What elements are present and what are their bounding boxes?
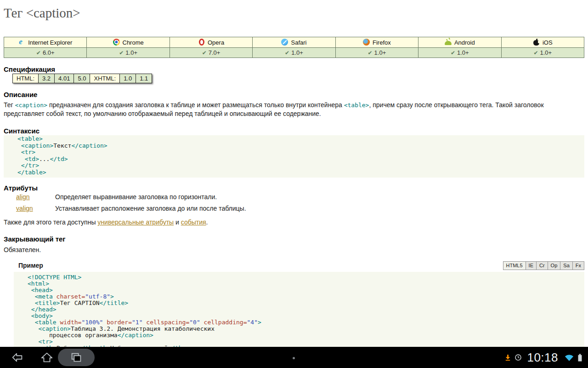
code-token (17, 142, 21, 149)
closing-tag-heading: Закрывающий тег (4, 236, 584, 242)
code-line: <table> (17, 136, 582, 143)
browser-name: Opera (208, 39, 224, 46)
download-icon (504, 354, 511, 361)
code-token: <caption> (21, 142, 53, 149)
inline-link[interactable]: универсальные атрибуты (97, 218, 174, 226)
browser-header-cell: Opera (170, 37, 252, 48)
code-token: </tr> (21, 162, 39, 169)
text-run: и (174, 218, 181, 226)
code-line: <!DOCTYPE HTML> (28, 274, 582, 281)
code-token: </head> (31, 306, 57, 313)
code-token: charset= (53, 293, 85, 300)
back-button[interactable] (3, 347, 32, 368)
code-token: <meta (35, 293, 53, 300)
safari-icon (281, 39, 288, 46)
check-icon (285, 49, 291, 56)
browser-version: 7.0+ (209, 49, 220, 56)
code-line: <caption>Таблица 3.2. Демонстрация катаб… (28, 326, 582, 332)
code-token: </table> (17, 169, 46, 176)
spec-cell: 4.01 (55, 74, 74, 83)
example-tab-html5[interactable]: HTML5 (503, 261, 526, 270)
code-token: процессов организма (28, 332, 118, 339)
android-system-bar: 10:18 (0, 347, 588, 368)
code-line: <head> (28, 287, 582, 293)
code-line: <html> (28, 281, 582, 287)
check-icon (533, 49, 540, 56)
code-line: <body> (28, 313, 582, 319)
browser-header-cell: Chrome (87, 37, 170, 48)
browser-header-cell: iOS (501, 37, 584, 48)
alarm-icon (514, 354, 522, 361)
opera-icon (199, 39, 204, 46)
syntax-code-block: <table> <caption>Текст</caption> <tr> <t… (4, 135, 584, 178)
code-token: "1" (132, 319, 142, 326)
notification-dot (293, 357, 295, 359)
example-tab-ie[interactable]: IE (526, 261, 537, 270)
closing-tag-text: Обязателен. (4, 246, 584, 254)
check-icon (202, 49, 209, 56)
universal-attributes-note: Также для этого тега доступны универсаль… (4, 218, 584, 226)
clock: 10:18 (527, 351, 558, 365)
spec-cell: 5.0 (74, 74, 90, 83)
example-tab-sa[interactable]: Sa (560, 261, 572, 270)
browser-name: Internet Explorer (28, 39, 72, 46)
attributes-list: alignОпределяет выравнивание заголовка п… (16, 193, 584, 213)
attribute-link-align[interactable]: align (16, 193, 30, 201)
code-line: <td>...</td> (17, 156, 582, 163)
code-token (28, 293, 35, 300)
code-line: <meta charset="utf-8"> (28, 293, 582, 300)
firefox-icon (363, 39, 370, 46)
attribute-description: Устанавливает расположение заголовка до … (55, 204, 584, 213)
example-tab-cr[interactable]: Cr (536, 261, 548, 270)
attributes-heading: Атрибуты (4, 184, 584, 191)
check-icon (119, 49, 125, 56)
browser-page: Тег <caption> Internet ExplorerChromeOpe… (0, 0, 588, 347)
text-run: . (206, 218, 208, 226)
code-token: </td> (50, 155, 68, 162)
recents-button[interactable] (62, 347, 91, 368)
spec-cell: XHTML: (90, 74, 120, 83)
example-tab-fx[interactable]: Fx (572, 261, 584, 270)
code-token: </caption> (118, 332, 153, 339)
code-token (28, 338, 38, 345)
code-token (28, 299, 35, 306)
browser-header-cell: Android (418, 37, 501, 48)
code-token: cellspacing= (143, 319, 190, 326)
browser-version-cell: 1.0+ (335, 48, 418, 58)
code-line: </table> (17, 169, 582, 176)
browser-support-table: Internet ExplorerChromeOperaSafariFirefo… (4, 37, 584, 58)
example-tab-op[interactable]: Op (548, 261, 561, 270)
code-token (17, 149, 21, 155)
check-icon (368, 49, 374, 56)
attribute-link-valign[interactable]: valign (16, 205, 33, 212)
code-token: <title> (35, 299, 60, 306)
code-token: > (258, 319, 261, 326)
code-token (17, 155, 25, 162)
code-token: width= (57, 319, 82, 326)
browser-version-cell: 7.0+ (170, 48, 252, 58)
browser-version: 1.0+ (374, 49, 386, 56)
recents-icon (69, 351, 83, 364)
browser-version: 1.0+ (540, 49, 552, 56)
navigation-keys (0, 347, 91, 368)
status-cluster[interactable]: 10:18 (504, 351, 582, 365)
spec-cell: 3.2 (39, 74, 55, 83)
specification-table: HTML:3.24.015.0XHTML:1.01.1 (12, 74, 152, 83)
check-icon (36, 49, 43, 56)
code-token: <tr> (38, 338, 52, 345)
browser-name: Safari (291, 39, 306, 46)
spec-cell: HTML: (13, 74, 39, 83)
code-token: Таблица 3.2. Демонстрация катаболических (71, 325, 215, 332)
code-token: "100%" (81, 319, 103, 326)
browser-version-cell: 1.0+ (253, 48, 335, 58)
code-token: ... (39, 155, 50, 162)
code-token: <td> (25, 155, 39, 162)
text-run: предназначен для создания заголовка к та… (47, 101, 344, 109)
home-button[interactable] (32, 347, 62, 368)
browser-version-cell: 6.0+ (4, 48, 87, 58)
code-token: "utf-8" (85, 293, 110, 300)
example-code-block: <!DOCTYPE HTML><html> <head> <meta chars… (14, 272, 584, 347)
inline-link[interactable]: события (181, 218, 206, 226)
code-line: </head> (28, 306, 582, 313)
browser-name: iOS (543, 39, 553, 46)
